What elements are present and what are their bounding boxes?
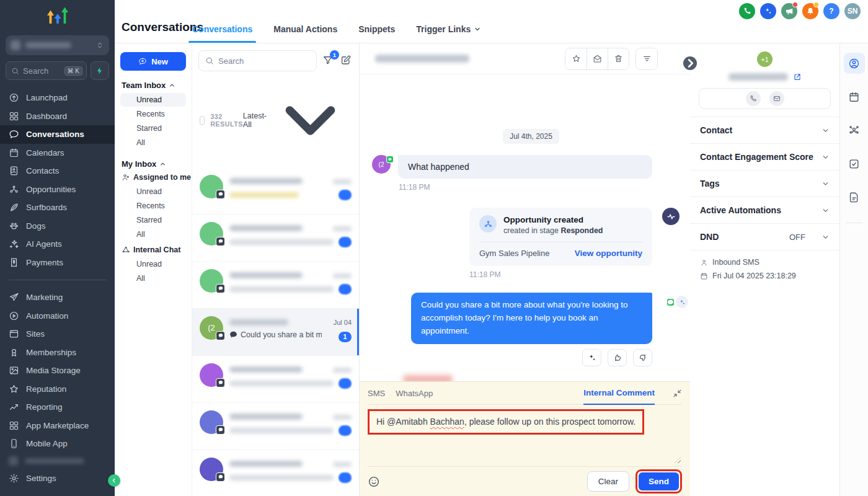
appointments-icon[interactable] — [844, 86, 865, 107]
message-filter-button[interactable] — [636, 48, 657, 69]
delete-conversation-button[interactable] — [608, 48, 629, 69]
tab-manual-actions[interactable]: Manual Actions — [273, 24, 337, 43]
tab-conversations[interactable]: Conversations — [192, 24, 252, 43]
sidebar-item-conversations[interactable]: Conversations — [0, 125, 115, 144]
sidebar-item-reputation[interactable]: Reputation — [0, 380, 115, 399]
filter-item-recents[interactable]: Recents — [120, 199, 186, 213]
sidebar-item-calendars[interactable]: Calendars — [0, 144, 115, 162]
conversation-list-item[interactable] — [192, 262, 359, 309]
tab-snippets[interactable]: Snippets — [358, 24, 395, 43]
tab-trigger-links[interactable]: Trigger Links — [416, 24, 481, 43]
sidebar-item-marketing[interactable]: Marketing — [0, 288, 115, 307]
sparkles-icon[interactable] — [760, 3, 776, 19]
sort-dropdown[interactable]: Latest-All — [243, 79, 352, 162]
section-contact[interactable]: Contact — [690, 117, 839, 143]
sidebar-item-mobile-app[interactable]: Mobile App — [0, 435, 115, 453]
collapse-contact-panel-button[interactable] — [683, 56, 697, 70]
emoji-picker-icon[interactable] — [368, 476, 380, 488]
user-avatar[interactable]: SN — [844, 3, 861, 19]
inbox-group-my-inbox[interactable]: My Inbox — [122, 159, 186, 169]
inbox-group-team-inbox[interactable]: Team Inbox — [122, 81, 186, 90]
filter-item-starred[interactable]: Starred — [120, 213, 186, 227]
quick-actions-button[interactable] — [91, 61, 109, 80]
filter-item-all[interactable]: All — [120, 136, 186, 149]
conversation-list-item[interactable] — [192, 215, 359, 262]
sidebar-item-app-marketplace[interactable]: App Marketplace — [0, 417, 115, 435]
email-contact-button[interactable] — [769, 91, 784, 106]
sidebar-item-opportunities[interactable]: Opportunities — [0, 180, 115, 199]
tab-internal-comment[interactable]: Internal Comment — [583, 383, 655, 405]
nav-item-assigned-to-me[interactable]: Assigned to me — [122, 173, 186, 182]
minimize-composer-icon[interactable] — [673, 389, 682, 398]
sidebar-item-settings[interactable]: Settings — [0, 469, 115, 488]
filter-item-all[interactable]: All — [120, 228, 186, 241]
sidebar-item-dogs[interactable]: Dogs — [0, 217, 115, 236]
sidebar-item-dashboard[interactable]: Dashboard — [0, 107, 115, 126]
reporting-icon — [9, 402, 19, 412]
section-active-automations[interactable]: Active Automations — [690, 197, 839, 223]
select-all-checkbox[interactable] — [200, 116, 205, 125]
meta-label: Fri Jul 04 2025 23:18:29 — [712, 272, 796, 280]
activity-button[interactable] — [662, 208, 680, 225]
bell-icon[interactable] — [802, 3, 818, 19]
thumbs-up-button[interactable] — [608, 349, 627, 366]
compose-button[interactable] — [340, 55, 353, 67]
sidebar-item-reporting[interactable]: Reporting — [0, 398, 115, 417]
filter-item-starred[interactable]: Starred — [120, 122, 186, 135]
section-dnd[interactable]: DNDOFF — [690, 223, 839, 250]
sidebar-item-label: AI Agents — [26, 239, 62, 249]
filter-button[interactable]: 1 — [322, 55, 335, 67]
filter-item-recents[interactable]: Recents — [120, 107, 186, 121]
sidebar-item-launchpad[interactable]: Launchpad — [0, 89, 115, 107]
contact-count-avatar: +1 — [757, 51, 773, 67]
notes-icon[interactable] — [844, 187, 865, 208]
tab-sms[interactable]: SMS — [368, 389, 385, 398]
conversation-search-input[interactable]: Search — [198, 50, 317, 71]
filter-item-unread[interactable]: Unread — [120, 93, 186, 107]
conversation-list-item[interactable] — [192, 356, 359, 403]
sidebar-collapse-button[interactable] — [108, 474, 120, 487]
sidebar-item-memberships[interactable]: Memberships — [0, 343, 115, 362]
phone-icon[interactable] — [739, 3, 755, 19]
sidebar-item-sites[interactable]: Sites — [0, 325, 115, 343]
sidebar-item-media-storage[interactable]: Media Storage — [0, 361, 115, 380]
sidebar-item-surfboards[interactable]: Surfboards — [0, 198, 115, 217]
filter-item-unread[interactable]: Unread — [120, 185, 186, 198]
message-preview-redacted — [229, 192, 299, 198]
sidebar-item-ai-agents[interactable]: AI Agents — [0, 235, 115, 254]
mark-unread-button[interactable] — [587, 48, 608, 69]
filter-item-unread[interactable]: Unread — [120, 257, 186, 271]
contact-person-icon[interactable] — [844, 53, 865, 74]
conversation-list-item[interactable] — [192, 450, 359, 496]
star-conversation-button[interactable] — [565, 48, 587, 69]
tab-whatsapp[interactable]: WhatsApp — [396, 389, 433, 398]
view-opportunity-link[interactable]: View opportunity — [575, 249, 642, 258]
conversation-list-item[interactable]: (2Could you share a bit more aboutJul 04… — [192, 309, 359, 356]
filter-item-all[interactable]: All — [120, 272, 186, 285]
external-link-icon[interactable] — [793, 73, 802, 81]
opportunities-icon[interactable] — [844, 120, 865, 141]
send-button[interactable]: Send — [639, 472, 679, 490]
channel-badge-icon — [216, 378, 225, 388]
message-thread[interactable]: Jul 4th, 2025 (2 What happened 11:18 PM — [360, 74, 690, 381]
global-search-input[interactable]: Search ⌘ K — [6, 61, 87, 80]
section-tags[interactable]: Tags — [690, 170, 839, 197]
new-conversation-button[interactable]: New — [120, 52, 186, 71]
thumbs-down-button[interactable] — [633, 349, 652, 366]
call-contact-button[interactable] — [746, 91, 761, 106]
resize-handle[interactable] — [675, 457, 681, 463]
sidebar-item-payments[interactable]: Payments — [0, 254, 115, 272]
ai-rewrite-button[interactable] — [582, 349, 601, 366]
clear-button[interactable]: Clear — [587, 471, 629, 492]
megaphone-icon[interactable] — [781, 3, 797, 19]
tasks-icon[interactable] — [844, 153, 865, 174]
sidebar-item-contacts[interactable]: Contacts — [0, 162, 115, 180]
sidebar-item-automation[interactable]: Automation — [0, 307, 115, 326]
conversation-list-item[interactable] — [192, 403, 359, 450]
section-contact-engagement-score[interactable]: Contact Engagement Score — [690, 143, 839, 170]
nav-item-internal-chat[interactable]: Internal Chat — [122, 246, 186, 254]
help-icon[interactable]: ? — [823, 3, 839, 19]
conversation-list-item[interactable] — [192, 167, 359, 215]
compose-textarea[interactable]: Hi @Amitabh Bachhan, please follow up on… — [368, 405, 682, 466]
account-switcher[interactable] — [6, 35, 109, 55]
